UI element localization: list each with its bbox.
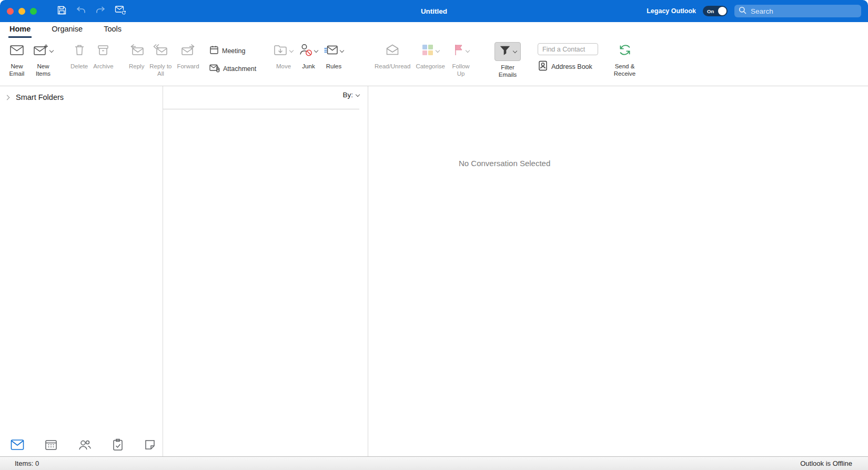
title-bar: Untitled Legacy Outlook On: [0, 0, 868, 22]
tasks-module-icon[interactable]: [112, 438, 124, 451]
search-icon: [739, 6, 746, 16]
reply-to-all-button[interactable]: Reply to All: [147, 41, 174, 77]
mail-module-icon[interactable]: [11, 439, 24, 451]
status-bar: Items: 0 Outlook is Offline: [0, 456, 868, 470]
read-unread-icon: [386, 44, 399, 58]
window-controls: [7, 8, 37, 15]
rules-icon: [324, 44, 338, 58]
new-items-button[interactable]: New Items: [32, 41, 55, 77]
ribbon-toolbar: New Email New Items Del: [0, 38, 868, 86]
search-field[interactable]: [734, 5, 861, 17]
tab-home[interactable]: Home: [8, 25, 32, 38]
sort-by-label: By:: [342, 91, 353, 99]
smart-folders-item[interactable]: Smart Folders: [0, 86, 163, 101]
close-button[interactable]: [7, 8, 14, 15]
zoom-button[interactable]: [30, 8, 37, 15]
save-icon[interactable]: [57, 5, 67, 17]
chevron-down-icon: [513, 49, 517, 54]
delete-button[interactable]: Delete: [69, 41, 89, 70]
tab-organise[interactable]: Organise: [51, 25, 84, 38]
legacy-outlook-label: Legacy Outlook: [647, 7, 696, 15]
by-chevron-icon: [356, 93, 360, 97]
minimize-button[interactable]: [18, 8, 25, 15]
redo-icon[interactable]: [95, 5, 106, 17]
tab-tools[interactable]: Tools: [103, 25, 123, 38]
meeting-button[interactable]: Meeting: [209, 45, 245, 56]
search-input[interactable]: [750, 7, 857, 16]
main-content: Smart Folders: [0, 86, 868, 456]
reply-label: Reply: [129, 63, 144, 70]
undo-icon[interactable]: [76, 5, 86, 17]
people-module-icon[interactable]: [78, 439, 92, 451]
smart-folders-label: Smart Folders: [16, 93, 64, 101]
filter-emails-label: Filter Emails: [496, 64, 520, 78]
chevron-down-icon: [340, 49, 344, 53]
outlook-window: Untitled Legacy Outlook On Home Organise…: [0, 0, 868, 470]
new-email-button[interactable]: New Email: [5, 41, 28, 77]
address-book-icon: [538, 60, 548, 73]
address-book-button[interactable]: Address Book: [538, 60, 592, 73]
legacy-outlook-toggle[interactable]: On: [703, 6, 728, 16]
connection-status: Outlook is Offline: [800, 459, 852, 467]
follow-up-button[interactable]: Follow Up: [449, 41, 472, 77]
rules-button[interactable]: Rules: [322, 41, 345, 70]
follow-up-icon: [452, 44, 464, 58]
address-book-label: Address Book: [551, 63, 592, 70]
read-unread-button[interactable]: Read/Unread: [374, 41, 411, 70]
attachment-label: Attachment: [223, 65, 256, 73]
send-receive-label: Send & Receive: [610, 63, 639, 77]
window-title: Untitled: [421, 7, 447, 15]
reply-to-all-label: Reply to All: [148, 63, 173, 77]
chevron-down-icon: [466, 49, 470, 53]
categorise-label: Categorise: [416, 63, 445, 70]
filter-box: [494, 42, 521, 61]
folder-sidebar: Smart Folders: [0, 86, 163, 456]
forward-button[interactable]: Forward: [176, 41, 200, 70]
reply-button[interactable]: Reply: [128, 41, 145, 70]
new-items-icon: [33, 44, 48, 58]
filter-emails-button[interactable]: Filter Emails: [493, 41, 522, 78]
toggle-on-label: On: [707, 8, 714, 14]
forward-label: Forward: [177, 63, 199, 70]
send-receive-button[interactable]: Send & Receive: [609, 41, 640, 77]
follow-up-label: Follow Up: [450, 63, 471, 77]
chevron-down-icon: [49, 49, 54, 53]
new-email-icon: [9, 44, 24, 58]
move-icon: [274, 44, 288, 58]
new-items-label: New Items: [33, 63, 54, 77]
archive-button[interactable]: Archive: [92, 41, 114, 70]
delete-icon: [73, 44, 86, 58]
calendar-module-icon[interactable]: [45, 439, 57, 451]
junk-button[interactable]: Junk: [298, 41, 319, 70]
delete-label: Delete: [70, 63, 88, 70]
message-list-pane: By:: [163, 86, 368, 456]
find-contact-input[interactable]: [538, 43, 598, 55]
chevron-right-icon: [5, 95, 10, 100]
chevron-down-icon: [289, 49, 294, 53]
categorise-button[interactable]: Categorise: [415, 41, 446, 70]
attachment-icon: [209, 63, 220, 74]
archive-icon: [97, 44, 109, 58]
no-conversation-message: No Conversation Selected: [459, 159, 550, 168]
notes-module-icon[interactable]: [144, 439, 156, 451]
list-header-divider: [163, 109, 359, 109]
sort-by-dropdown[interactable]: By:: [342, 91, 360, 99]
module-switcher: [11, 438, 156, 451]
read-unread-label: Read/Unread: [375, 63, 410, 70]
meeting-icon: [209, 45, 219, 56]
rules-label: Rules: [326, 63, 341, 70]
new-email-label: New Email: [6, 63, 27, 77]
categorise-icon: [421, 44, 434, 58]
forward-icon: [181, 44, 196, 58]
reply-icon: [129, 44, 144, 58]
send-receive-sync-icon[interactable]: [115, 5, 127, 17]
archive-label: Archive: [93, 63, 113, 70]
chevron-down-icon: [314, 49, 318, 53]
toggle-knob: [718, 7, 726, 15]
move-button[interactable]: Move: [272, 41, 295, 70]
attachment-button[interactable]: Attachment: [209, 63, 256, 74]
ribbon-tabs: Home Organise Tools: [0, 22, 868, 38]
items-count: Items: 0: [15, 459, 39, 467]
junk-label: Junk: [302, 63, 315, 70]
meeting-label: Meeting: [222, 47, 245, 55]
